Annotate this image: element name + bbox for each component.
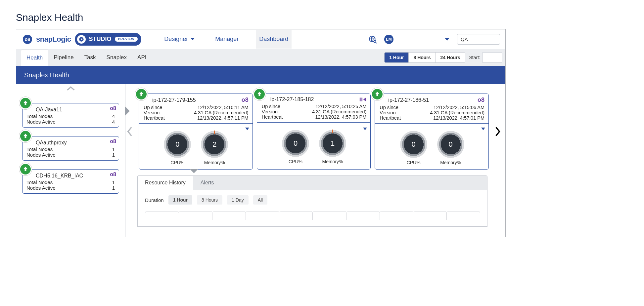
- label: Nodes Active: [26, 152, 56, 158]
- value: 1: [112, 146, 115, 152]
- brand[interactable]: o8 snapLogic STUDIO PREVIEW: [23, 33, 141, 46]
- tab-manager[interactable]: Manager: [212, 30, 242, 49]
- studio-pill[interactable]: STUDIO PREVIEW: [75, 33, 141, 46]
- snaplex-active-row: Nodes Active 1: [26, 185, 115, 191]
- duration-1h[interactable]: 1 Hour: [168, 195, 192, 205]
- timerange-8h[interactable]: 8 Hours: [409, 53, 436, 62]
- status-up-icon: [253, 88, 266, 100]
- avatar[interactable]: LM: [384, 35, 393, 44]
- tab-dashboard[interactable]: Dashboard: [256, 30, 292, 49]
- snaplex-total-row: Total Nodes 4: [26, 113, 115, 119]
- label: Nodes Active: [26, 119, 56, 125]
- duration-row: Duration 1 Hour 8 Hours 1 Day All: [145, 195, 480, 205]
- cpu-label: CPU%: [164, 160, 191, 165]
- snaplex-card[interactable]: o8 QAauthproxy Total Nodes 1 Nodes Activ…: [22, 136, 119, 161]
- tab-manager-label: Manager: [215, 36, 239, 43]
- value: 12/13/2022, 4:57:01 PM: [408, 115, 484, 121]
- value: 12/13/2022, 4:57:03 PM: [290, 114, 367, 120]
- status-up-icon: [19, 130, 32, 142]
- context-value: QA: [461, 36, 468, 42]
- tab-resource-history[interactable]: Resource History: [137, 175, 193, 190]
- tab-dashboard-label: Dashboard: [259, 36, 288, 43]
- value: 4.31 GA (Recommended): [290, 109, 367, 114]
- globe-search-icon[interactable]: [368, 35, 377, 44]
- snaplex-total-row: Total Nodes 1: [26, 146, 115, 152]
- snaplex-card[interactable]: o8 CDH5.16_KRB_IAC Total Nodes 1 Nodes A…: [22, 169, 119, 194]
- outgoing-icon: [359, 96, 366, 102]
- start-label: Start:: [469, 55, 480, 60]
- tab-designer-label: Designer: [164, 36, 188, 43]
- subtab-api[interactable]: API: [132, 49, 152, 66]
- snaplex-icon: o8: [242, 96, 249, 103]
- snaplex-name: QAauthproxy: [36, 140, 115, 146]
- label: Heartbeat: [380, 115, 408, 121]
- snaplex-icon: o8: [478, 96, 484, 103]
- label: Version: [144, 110, 172, 115]
- mem-label: Memory%: [437, 160, 464, 165]
- node-card[interactable]: ip-172-27-179-155 o8 Up since12/12/2022,…: [139, 94, 253, 170]
- scroll-right-icon[interactable]: [493, 94, 502, 170]
- subtab-task[interactable]: Task: [79, 49, 101, 66]
- mem-gauge: 1: [319, 130, 346, 157]
- value: 4: [112, 113, 115, 119]
- top-right: LM QA: [368, 34, 500, 45]
- status-up-icon: [19, 163, 32, 175]
- node-card[interactable]: ip-172-27-186-51 o8 Up since12/12/2022, …: [375, 94, 489, 170]
- node-row: ip-172-27-179-155 o8 Up since12/12/2022,…: [125, 87, 502, 170]
- sub-nav: Health Pipeline Task Snaplex API 1 Hour …: [16, 49, 505, 66]
- status-up-icon: [19, 97, 32, 109]
- status-up-icon: [135, 88, 148, 100]
- node-name: ip-172-27-185-182: [270, 96, 314, 102]
- timerange-24h[interactable]: 24 Hours: [436, 53, 465, 62]
- scroll-left-icon[interactable]: [125, 94, 134, 170]
- label: Total Nodes: [26, 113, 53, 119]
- node-content: ip-172-27-179-155 o8 Up since12/12/2022,…: [125, 84, 505, 237]
- node-card[interactable]: ip-172-27-185-182 Up since12/12/2022, 5:…: [257, 94, 371, 170]
- snaplex-active-row: Nodes Active 4: [26, 119, 115, 125]
- duration-label: Duration: [145, 197, 164, 203]
- expand-icon[interactable]: [245, 128, 249, 130]
- detail-panel: Resource History Alerts Duration 1 Hour …: [137, 175, 487, 227]
- duration-all[interactable]: All: [253, 195, 268, 205]
- snaplex-total-row: Total Nodes 1: [26, 179, 115, 185]
- mem-gauge: 0: [437, 131, 464, 158]
- subtab-snaplex[interactable]: Snaplex: [101, 49, 132, 66]
- snaplex-active-row: Nodes Active 1: [26, 152, 115, 158]
- snaplex-icon: o8: [110, 172, 116, 177]
- snaplex-card[interactable]: o8 QA-Java11 Total Nodes 4 Nodes Active …: [22, 103, 119, 128]
- workspace: o8 QA-Java11 Total Nodes 4 Nodes Active …: [16, 84, 505, 237]
- label: Version: [262, 109, 290, 114]
- caret-down-icon: [191, 38, 195, 40]
- svg-point-1: [374, 40, 376, 43]
- label: Up since: [262, 104, 290, 109]
- value: 12/12/2022, 5:15:06 AM: [408, 105, 484, 110]
- snaplex-icon: o8: [110, 105, 116, 111]
- cpu-gauge: 0: [164, 131, 191, 158]
- cpu-label: CPU%: [400, 160, 427, 165]
- studio-icon: [77, 35, 86, 44]
- timerange-1h[interactable]: 1 Hour: [385, 53, 409, 62]
- value: 12/13/2022, 4:57:11 PM: [172, 115, 249, 121]
- expand-icon[interactable]: [481, 128, 485, 130]
- cpu-gauge: 0: [282, 130, 309, 157]
- value: 1: [112, 152, 115, 158]
- detail-tabs: Resource History Alerts: [137, 175, 487, 190]
- duration-8h[interactable]: 8 Hours: [197, 195, 222, 205]
- mem-label: Memory%: [319, 159, 346, 164]
- snaplex-name: QA-Java11: [36, 107, 115, 113]
- tab-alerts[interactable]: Alerts: [193, 176, 221, 190]
- value: 4: [112, 119, 115, 125]
- caret-down-icon[interactable]: [444, 38, 450, 41]
- context-select[interactable]: QA: [457, 34, 500, 45]
- subtab-pipeline[interactable]: Pipeline: [48, 49, 79, 66]
- label: Heartbeat: [144, 115, 172, 121]
- start-input[interactable]: [482, 53, 502, 62]
- brand-wordmark: snapLogic: [36, 35, 71, 44]
- expand-icon[interactable]: [363, 128, 367, 130]
- timerange: 1 Hour 8 Hours 24 Hours: [384, 52, 465, 63]
- tab-designer[interactable]: Designer: [161, 30, 198, 49]
- duration-1d[interactable]: 1 Day: [227, 195, 249, 205]
- subtab-health[interactable]: Health: [21, 50, 48, 66]
- scroll-up-icon[interactable]: [20, 86, 121, 95]
- detail-body: Duration 1 Hour 8 Hours 1 Day All: [137, 190, 487, 227]
